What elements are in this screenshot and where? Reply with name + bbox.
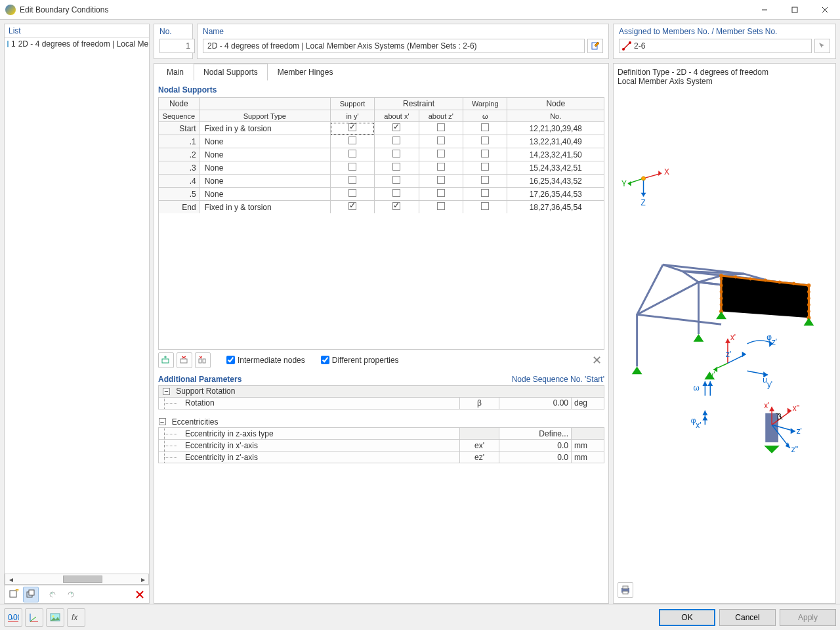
tab-member-hinges[interactable]: Member Hinges: [268, 64, 343, 81]
cell-about-z[interactable]: [419, 175, 463, 188]
tab-main[interactable]: Main: [157, 64, 194, 81]
cell-about-z[interactable]: [419, 122, 463, 135]
table-row[interactable]: .1None13,22,31,40,49: [159, 135, 604, 148]
cell-in-y[interactable]: [330, 201, 374, 214]
cell-warping[interactable]: [463, 148, 507, 161]
delete-entry-button[interactable]: [132, 587, 148, 602]
new-entry-button[interactable]: ✶: [6, 587, 22, 602]
cell-about-x[interactable]: [375, 135, 419, 148]
scroll-left-icon[interactable]: ◂: [5, 575, 16, 584]
checkbox-icon[interactable]: [348, 202, 356, 210]
preview-print-button[interactable]: [618, 582, 633, 598]
cell-about-x[interactable]: [375, 188, 419, 201]
param-ecc-type-value[interactable]: Define...: [499, 428, 572, 440]
cell-about-x[interactable]: [375, 161, 419, 175]
checkbox-icon[interactable]: [437, 150, 445, 158]
cell-warping[interactable]: [463, 201, 507, 214]
copy-entry-button[interactable]: [23, 587, 39, 602]
group-eccentricities[interactable]: − Eccentricities: [159, 416, 604, 428]
ok-button[interactable]: OK: [659, 609, 715, 626]
checkbox-icon[interactable]: [348, 163, 356, 171]
checkbox-icon[interactable]: [437, 176, 445, 184]
checkbox-icon[interactable]: [481, 123, 489, 131]
cell-type[interactable]: None: [199, 175, 330, 188]
cell-about-x[interactable]: [375, 175, 419, 188]
cell-warping[interactable]: [463, 175, 507, 188]
checkbox-icon[interactable]: [392, 189, 400, 197]
formula-button[interactable]: fx: [67, 608, 85, 627]
cell-about-z[interactable]: [419, 148, 463, 161]
cell-about-x[interactable]: [375, 201, 419, 214]
checkbox-icon[interactable]: [392, 163, 400, 171]
checkbox-icon[interactable]: [437, 123, 445, 131]
sidebar-horizontal-scrollbar[interactable]: ◂ ▸: [5, 574, 149, 585]
checkbox-icon[interactable]: [392, 136, 400, 144]
checkbox-icon[interactable]: [348, 136, 356, 144]
cell-about-z[interactable]: [419, 201, 463, 214]
cell-in-y[interactable]: [330, 175, 374, 188]
cell-about-z[interactable]: [419, 161, 463, 175]
checkbox-icon[interactable]: [437, 136, 445, 144]
additional-parameters-table[interactable]: − Support Rotation Rotation β 0.00 deg: [158, 385, 604, 410]
cell-type[interactable]: Fixed in y & torsion: [199, 201, 330, 214]
cell-type[interactable]: None: [199, 148, 330, 161]
cell-about-x[interactable]: [375, 122, 419, 135]
checkbox-icon[interactable]: [481, 150, 489, 158]
eccentricities-table[interactable]: − Eccentricities Eccentricity in z-axis …: [158, 416, 604, 464]
param-ecc-z-value[interactable]: 0.0: [499, 452, 572, 463]
cell-type[interactable]: Fixed in y & torsion: [199, 122, 330, 135]
edit-name-button[interactable]: [587, 39, 603, 53]
cell-about-x[interactable]: [375, 148, 419, 161]
checkbox-icon[interactable]: [348, 189, 356, 197]
cell-warping[interactable]: [463, 188, 507, 201]
cell-type[interactable]: None: [199, 161, 330, 175]
checkbox-icon[interactable]: [392, 123, 400, 131]
cell-in-y[interactable]: [330, 135, 374, 148]
name-input[interactable]: 2D - 4 degrees of freedom | Local Member…: [203, 39, 585, 53]
coordinate-system-button[interactable]: [25, 608, 43, 627]
cell-type[interactable]: None: [199, 135, 330, 148]
table-row[interactable]: .3None15,24,33,42,51: [159, 161, 604, 175]
preview-canvas[interactable]: X Y Z: [618, 86, 831, 582]
checkbox-icon[interactable]: [437, 189, 445, 197]
checkbox-icon[interactable]: [392, 202, 400, 210]
table-row[interactable]: EndFixed in y & torsion18,27,36,45,54: [159, 201, 604, 214]
minimize-button[interactable]: [749, 0, 780, 19]
checkbox-icon[interactable]: [392, 150, 400, 158]
checkbox-icon[interactable]: [481, 189, 489, 197]
cancel-button[interactable]: Cancel: [719, 609, 776, 626]
table-row[interactable]: .2None14,23,32,41,50: [159, 148, 604, 161]
apply-button[interactable]: Apply: [780, 609, 836, 626]
checkbox-icon[interactable]: [392, 176, 400, 184]
checkbox-icon[interactable]: [348, 176, 356, 184]
checkbox-icon[interactable]: [348, 150, 356, 158]
nodal-supports-table[interactable]: Node Support Restraint Warping Node Sequ…: [158, 97, 604, 214]
cell-about-z[interactable]: [419, 135, 463, 148]
checkbox-icon[interactable]: [437, 202, 445, 210]
param-rotation-value[interactable]: 0.00: [499, 397, 572, 409]
table-row[interactable]: .4None16,25,34,43,52: [159, 175, 604, 188]
tab-nodal-supports[interactable]: Nodal Supports: [194, 64, 268, 81]
help-image-button[interactable]: [46, 608, 64, 627]
intermediate-nodes-input[interactable]: [226, 356, 235, 364]
checkbox-icon[interactable]: [481, 163, 489, 171]
checkbox-icon[interactable]: [481, 136, 489, 144]
cell-warping[interactable]: [463, 161, 507, 175]
collapse-icon[interactable]: −: [163, 388, 170, 395]
maximize-button[interactable]: [780, 0, 810, 19]
cell-about-z[interactable]: [419, 188, 463, 201]
different-properties-checkbox[interactable]: Different properties: [321, 356, 399, 365]
different-properties-input[interactable]: [321, 356, 329, 364]
checkbox-icon[interactable]: [437, 163, 445, 171]
insert-row-button[interactable]: [158, 352, 174, 368]
intermediate-nodes-checkbox[interactable]: Intermediate nodes: [226, 356, 305, 365]
checkbox-icon[interactable]: [481, 176, 489, 184]
table-row[interactable]: StartFixed in y & torsion12,21,30,39,48: [159, 122, 604, 135]
cell-warping[interactable]: [463, 135, 507, 148]
list-item[interactable]: 1 2D - 4 degrees of freedom | Local Me: [5, 38, 149, 50]
cell-in-y[interactable]: [330, 148, 374, 161]
checkbox-icon[interactable]: [348, 123, 356, 131]
delete-row-button[interactable]: [177, 352, 192, 368]
cell-warping[interactable]: [463, 122, 507, 135]
group-support-rotation[interactable]: − Support Rotation: [159, 385, 604, 397]
